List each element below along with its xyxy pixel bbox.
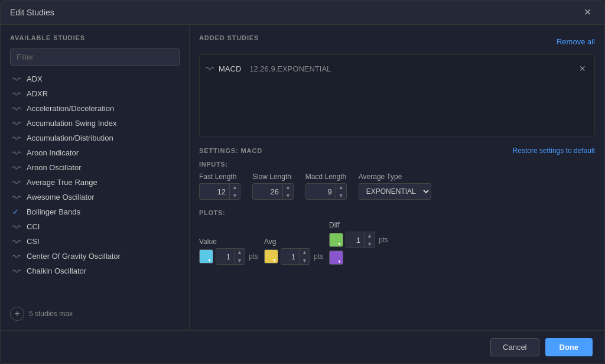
diff-top-row: ▲ ▼ pts: [329, 232, 389, 248]
avg-pts-wrap: ▲ ▼: [281, 248, 310, 265]
avg-plot-group: Avg ▲ ▼ pts: [264, 238, 324, 265]
fast-length-down[interactable]: ▼: [230, 191, 240, 200]
restore-defaults-button[interactable]: Restore settings to default: [513, 147, 595, 155]
macd-length-label: Macd Length: [305, 173, 347, 181]
study-wave-icon: [12, 91, 22, 97]
study-item-asi[interactable]: Accumulation Swing Index: [10, 116, 180, 131]
added-study-left: MACD 12,26,9,EXPONENTIAL: [206, 64, 331, 73]
plots-row: Value ▲ ▼ pts: [199, 221, 595, 265]
macd-length-stepper: ▲ ▼: [336, 183, 346, 200]
dialog-close-button[interactable]: ✕: [580, 6, 595, 18]
study-item-label: ADX: [27, 74, 43, 83]
study-wave-icon: [12, 180, 22, 186]
left-panel: AVAILABLE STUDIES ADX ADXR Acceleration/…: [1, 25, 190, 330]
diff-color-button[interactable]: [329, 233, 343, 247]
avg-pts-input[interactable]: [281, 252, 299, 261]
study-wave-icon: [12, 268, 22, 274]
study-item-label: CCI: [27, 222, 40, 231]
value-color-button[interactable]: [199, 249, 213, 264]
diff-pts-input[interactable]: [346, 236, 364, 245]
dialog-footer: Cancel Done: [1, 330, 604, 363]
study-wave-icon: [12, 121, 22, 126]
study-item-chaikin[interactable]: Chaikin Oscillator: [10, 264, 180, 278]
dialog-title: Edit Studies: [10, 8, 54, 17]
remove-study-button[interactable]: ✕: [577, 63, 588, 74]
avg-pts-label: pts: [314, 252, 323, 261]
study-item-adxr[interactable]: ADXR: [10, 86, 180, 101]
cancel-button[interactable]: Cancel: [490, 338, 539, 356]
study-item-adx[interactable]: ADX: [10, 72, 180, 86]
value-plot-controls: ▲ ▼ pts: [199, 248, 259, 265]
value-pts-down[interactable]: ▼: [235, 256, 245, 265]
slow-length-up[interactable]: ▲: [283, 183, 293, 191]
macd-length-input-wrap: ▲ ▼: [305, 183, 347, 200]
value-pts-input[interactable]: [216, 252, 234, 261]
slow-length-group: Slow Length ▲ ▼: [252, 173, 294, 200]
bottom-bar: + 5 studies max: [10, 307, 180, 321]
macd-length-input[interactable]: [306, 187, 336, 196]
remove-all-button[interactable]: Remove all: [557, 37, 595, 46]
done-button[interactable]: Done: [545, 338, 593, 356]
fast-length-input[interactable]: [200, 187, 229, 196]
slow-length-input[interactable]: [253, 187, 282, 196]
diff-pts-label: pts: [379, 236, 388, 244]
available-studies-label: AVAILABLE STUDIES: [10, 34, 180, 41]
diff-pts-up[interactable]: ▲: [365, 232, 375, 240]
diff-pts-down[interactable]: ▼: [365, 240, 375, 248]
diff2-color-button[interactable]: [329, 251, 343, 265]
macd-length-down[interactable]: ▼: [336, 191, 346, 200]
study-wave-icon: [12, 106, 22, 112]
dialog-header: Edit Studies ✕: [1, 1, 604, 25]
study-wave-icon: [12, 239, 22, 245]
inputs-label: INPUTS:: [199, 161, 595, 168]
study-item-accel[interactable]: Acceleration/Deceleration: [10, 101, 180, 116]
study-item-aroon-osc[interactable]: Aroon Oscillator: [10, 160, 180, 175]
value-pts-wrap: ▲ ▼: [216, 248, 245, 265]
study-wave-icon: [12, 135, 22, 141]
avg-plot-label: Avg: [264, 238, 324, 246]
study-item-label: CSI: [27, 237, 40, 246]
avg-pts-stepper: ▲ ▼: [299, 248, 310, 265]
value-plot-group: Value ▲ ▼ pts: [199, 238, 259, 265]
study-item-label: Aroon Oscillator: [27, 163, 81, 172]
study-item-cci[interactable]: CCI: [10, 219, 180, 234]
filter-input[interactable]: [10, 48, 180, 66]
right-top: ADDED STUDIES Remove all: [199, 34, 595, 48]
diff-pts-wrap: ▲ ▼: [346, 232, 375, 248]
study-item-cog[interactable]: Center Of Gravity Oscillator: [10, 249, 180, 264]
avg-color-button[interactable]: [264, 249, 278, 264]
added-study-macd: MACD 12,26,9,EXPONENTIAL ✕: [206, 61, 588, 76]
study-item-ad[interactable]: Accumulation/Distribution: [10, 131, 180, 145]
add-study-button[interactable]: +: [10, 307, 24, 321]
study-item-aroon-ind[interactable]: Aroon Indicator: [10, 145, 180, 160]
avg-pts-up[interactable]: ▲: [300, 248, 310, 256]
value-pts-label: pts: [249, 252, 258, 261]
slow-length-label: Slow Length: [252, 173, 294, 181]
diff-plot-controls: ▲ ▼ pts: [329, 232, 389, 265]
avg-type-select[interactable]: EXPONENTIALSIMPLEWEIGHTEDHULL: [359, 183, 431, 200]
avg-pts-down[interactable]: ▼: [300, 256, 310, 265]
avg-type-group: Average Type EXPONENTIALSIMPLEWEIGHTEDHU…: [359, 173, 431, 200]
study-item-label: Accumulation/Distribution: [27, 134, 113, 142]
study-item-csi[interactable]: CSI: [10, 234, 180, 249]
added-study-params: 12,26,9,EXPONENTIAL: [249, 64, 331, 73]
study-item-bb[interactable]: ✓Bollinger Bands: [10, 204, 180, 219]
max-studies-label: 5 studies max: [29, 310, 73, 318]
study-item-label: ADXR: [27, 89, 48, 98]
added-studies-label: ADDED STUDIES: [199, 34, 259, 41]
avg-type-label: Average Type: [359, 173, 431, 181]
study-item-label: Aroon Indicator: [27, 148, 79, 157]
study-item-atr[interactable]: Average True Range: [10, 175, 180, 190]
study-item-label: Acceleration/Deceleration: [27, 104, 114, 113]
study-item-label: Bollinger Bands: [27, 207, 80, 216]
study-item-label: Accumulation Swing Index: [27, 119, 116, 128]
slow-length-down[interactable]: ▼: [283, 191, 293, 200]
value-pts-up[interactable]: ▲: [235, 248, 245, 256]
fast-length-up[interactable]: ▲: [230, 183, 240, 191]
study-item-label: Awesome Oscillator: [27, 193, 95, 202]
study-item-awesome[interactable]: Awesome Oscillator: [10, 190, 180, 204]
studies-list: ADX ADXR Acceleration/Deceleration Accum…: [10, 72, 180, 301]
macd-length-up[interactable]: ▲: [336, 183, 346, 191]
diff-plot-label: Diff: [329, 221, 389, 229]
added-studies-box: MACD 12,26,9,EXPONENTIAL ✕: [199, 54, 595, 137]
